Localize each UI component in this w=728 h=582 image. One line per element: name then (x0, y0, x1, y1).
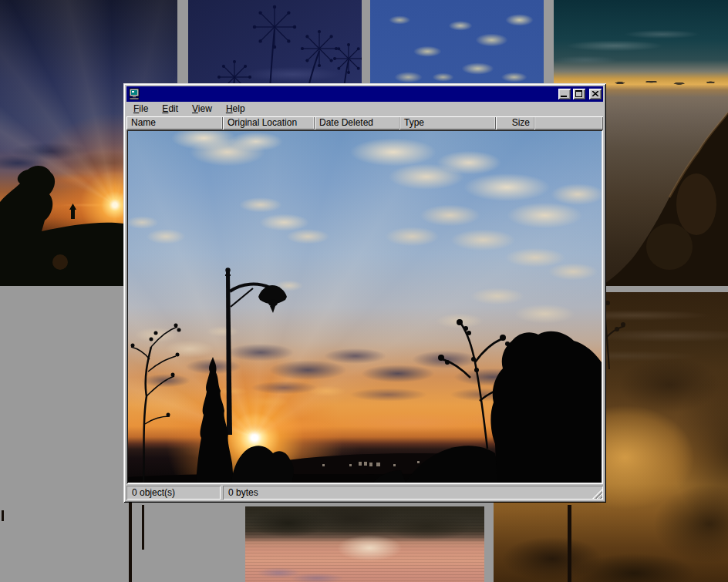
lake-pole (2, 510, 4, 521)
right-trees-silhouette (490, 331, 602, 483)
street-lamp-silhouette (225, 267, 287, 435)
recycle-bin-window: File Edit View Help Name Original Locati… (123, 83, 606, 503)
close-button[interactable] (589, 89, 602, 99)
status-bar: 0 object(s) 0 bytes (126, 486, 603, 500)
column-header-size[interactable]: Size (496, 116, 534, 130)
status-size-text: 0 bytes (228, 487, 258, 498)
left-shrub-silhouette (131, 327, 177, 483)
lamp-post-pole (568, 505, 571, 582)
lake-pole (129, 497, 132, 582)
menu-view[interactable]: View (185, 102, 219, 116)
minimize-button[interactable] (558, 89, 571, 99)
menu-bar: File Edit View Help (126, 102, 603, 116)
menu-help[interactable]: Help (219, 102, 252, 116)
column-header-row: Name Original Location Date Deleted Type… (126, 116, 603, 130)
menu-edit[interactable]: Edit (155, 102, 185, 116)
maximize-button[interactable] (573, 89, 585, 99)
titlebar[interactable] (126, 86, 603, 102)
column-header-date-deleted[interactable]: Date Deleted (315, 116, 399, 130)
lake-pole (142, 505, 144, 550)
maximize-icon (575, 90, 582, 97)
foreground-silhouettes (128, 131, 602, 483)
status-total-size: 0 bytes (223, 486, 603, 500)
close-icon (592, 91, 598, 96)
menu-file[interactable]: File (126, 102, 155, 116)
list-view-area[interactable] (126, 130, 603, 484)
column-header-type[interactable]: Type (399, 116, 496, 130)
column-header-filler[interactable] (534, 116, 603, 130)
status-object-count: 0 object(s) (126, 486, 221, 500)
column-header-original-location[interactable]: Original Location (223, 116, 315, 130)
client-photo (128, 131, 602, 483)
minimize-icon (561, 96, 567, 97)
wallpaper-tile-pink-reflection (245, 506, 484, 582)
desktop: File Edit View Help Name Original Locati… (0, 0, 728, 582)
computer-icon[interactable] (128, 88, 140, 100)
column-header-name[interactable]: Name (126, 116, 223, 130)
resize-grip[interactable] (592, 489, 602, 499)
